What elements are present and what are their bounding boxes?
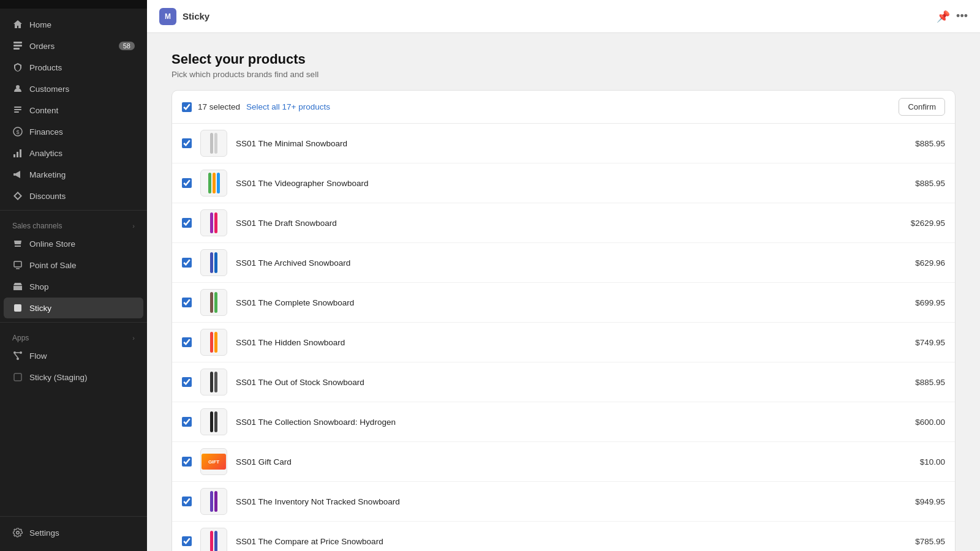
product-checkbox[interactable] <box>182 138 192 148</box>
sales-channels-chevron[interactable]: › <box>132 222 135 230</box>
product-price: $2629.95 <box>911 219 945 228</box>
sidebar-item-sticky-staging[interactable]: Sticky (Staging) <box>4 367 143 388</box>
sidebar-item-content[interactable]: Content <box>4 100 143 121</box>
product-checkbox[interactable] <box>182 298 192 307</box>
product-image <box>200 289 227 316</box>
table-row: SS01 The Archived Snowboard$629.96 <box>172 243 955 283</box>
main-content: M Sticky 📌 ••• Select your products Pick… <box>147 0 980 551</box>
svg-rect-1 <box>13 45 22 47</box>
svg-point-16 <box>13 351 16 354</box>
customers-icon <box>12 83 23 94</box>
sidebar-item-point-of-sale[interactable]: Point of Sale <box>4 255 143 276</box>
product-image <box>200 329 227 356</box>
svg-rect-14 <box>16 268 20 269</box>
shop-icon <box>12 281 23 292</box>
svg-line-20 <box>15 354 18 358</box>
product-checkbox[interactable] <box>182 536 192 546</box>
sidebar-item-flow-label: Flow <box>29 351 47 361</box>
svg-rect-2 <box>13 48 20 50</box>
product-name: SS01 The Collection Snowboard: Hydrogen <box>236 418 907 427</box>
product-price: $949.95 <box>915 497 945 506</box>
apps-section: Apps › <box>0 326 147 345</box>
apps-chevron[interactable]: › <box>132 334 135 342</box>
logo-text: M <box>165 12 171 21</box>
sidebar-item-settings[interactable]: Settings <box>4 522 143 543</box>
sidebar-bottom: Settings <box>0 516 147 551</box>
sidebar-item-flow[interactable]: Flow <box>4 345 143 366</box>
sidebar-item-home[interactable]: Home <box>4 14 143 35</box>
table-row: SS01 The Draft Snowboard$2629.95 <box>172 203 955 243</box>
product-name: SS01 The Archived Snowboard <box>236 258 907 268</box>
product-checkbox[interactable] <box>182 417 192 427</box>
svg-rect-21 <box>14 373 21 381</box>
product-checkbox[interactable] <box>182 218 192 228</box>
svg-point-17 <box>20 351 22 354</box>
sidebar-divider-2 <box>0 322 147 323</box>
product-checkbox[interactable] <box>182 178 192 188</box>
sidebar-item-online-store[interactable]: Online Store <box>4 233 143 254</box>
svg-rect-9 <box>13 154 15 157</box>
sidebar-item-finances-label: Finances <box>29 127 63 137</box>
svg-text:$: $ <box>16 129 19 135</box>
product-list-header: 17 selected Select all 17+ products Conf… <box>172 91 955 124</box>
sidebar-item-sticky-label: Sticky <box>29 304 51 313</box>
svg-rect-10 <box>17 152 18 157</box>
sidebar-item-customers[interactable]: Customers <box>4 78 143 99</box>
confirm-button[interactable]: Confirm <box>899 98 945 116</box>
product-image <box>200 488 227 515</box>
sidebar-item-sticky[interactable]: Sticky <box>4 298 143 318</box>
table-row: SS01 The Collection Snowboard: Hydrogen$… <box>172 402 955 442</box>
table-row: SS01 The Out of Stock Snowboard$885.95 <box>172 362 955 402</box>
sidebar-item-marketing[interactable]: Marketing <box>4 164 143 185</box>
finances-icon: $ <box>12 126 23 137</box>
top-bar-logo: M <box>159 8 176 25</box>
sidebar-item-analytics-label: Analytics <box>29 149 62 158</box>
svg-rect-5 <box>14 109 21 110</box>
sidebar-item-finances[interactable]: $ Finances <box>4 121 143 142</box>
product-image <box>200 249 227 276</box>
sidebar-item-discounts[interactable]: Discounts <box>4 186 143 206</box>
sidebar-item-pos-label: Point of Sale <box>29 261 77 270</box>
product-checkbox[interactable] <box>182 497 192 506</box>
product-checkbox[interactable] <box>182 457 192 467</box>
product-checkbox[interactable] <box>182 258 192 268</box>
product-price: $885.95 <box>915 139 945 148</box>
product-name: SS01 The Compare at Price Snowboard <box>236 537 907 546</box>
select-all-checkbox[interactable] <box>182 102 192 112</box>
product-image <box>200 369 227 395</box>
sidebar-item-analytics[interactable]: Analytics <box>4 143 143 163</box>
pos-icon <box>12 260 23 271</box>
product-name: SS01 The Draft Snowboard <box>236 219 902 228</box>
sidebar-nav: Home Orders 58 Products Customers <box>0 9 147 516</box>
settings-icon <box>12 527 23 538</box>
sidebar-item-products[interactable]: Products <box>4 57 143 78</box>
sidebar-item-orders-label: Orders <box>29 42 55 51</box>
top-bar: M Sticky 📌 ••• <box>147 0 980 33</box>
svg-point-18 <box>17 358 19 360</box>
sidebar-item-orders[interactable]: Orders 58 <box>4 36 143 56</box>
product-price: $785.95 <box>915 537 945 546</box>
svg-rect-12 <box>13 173 15 176</box>
select-all-link[interactable]: Select all 17+ products <box>246 102 330 111</box>
product-checkbox[interactable] <box>182 377 192 387</box>
pin-icon[interactable]: 📌 <box>937 10 950 23</box>
sidebar-item-shop[interactable]: Shop <box>4 276 143 297</box>
product-name: SS01 The Complete Snowboard <box>236 298 907 307</box>
product-price: $10.00 <box>920 457 945 467</box>
selected-count: 17 selected <box>198 102 240 111</box>
sticky-icon <box>12 302 23 313</box>
top-bar-title: Sticky <box>183 11 209 21</box>
marketing-icon <box>12 169 23 180</box>
product-price: $885.95 <box>915 179 945 188</box>
product-image <box>200 209 227 236</box>
sidebar-item-content-label: Content <box>29 106 58 115</box>
more-actions-icon[interactable]: ••• <box>956 10 968 23</box>
sidebar-item-marketing-label: Marketing <box>29 170 66 179</box>
svg-rect-0 <box>13 42 22 43</box>
product-image <box>200 170 227 197</box>
sidebar-item-settings-label: Settings <box>29 528 59 538</box>
product-name: SS01 The Videographer Snowboard <box>236 179 907 188</box>
svg-rect-15 <box>14 304 21 312</box>
product-checkbox[interactable] <box>182 337 192 347</box>
product-price: $699.95 <box>915 298 945 307</box>
